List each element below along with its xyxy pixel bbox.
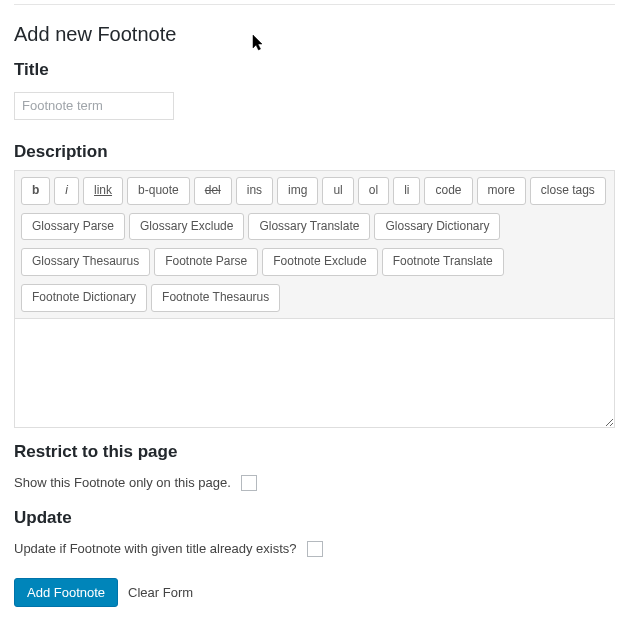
qt-button-glossary-dictionary[interactable]: Glossary Dictionary bbox=[374, 213, 500, 241]
update-heading: Update bbox=[14, 508, 615, 528]
qt-button-close-tags[interactable]: close tags bbox=[530, 177, 606, 205]
title-input[interactable] bbox=[14, 92, 174, 120]
qt-button-footnote-exclude[interactable]: Footnote Exclude bbox=[262, 248, 377, 276]
qt-button-code[interactable]: code bbox=[424, 177, 472, 205]
description-heading: Description bbox=[14, 142, 615, 162]
restrict-label: Show this Footnote only on this page. bbox=[14, 475, 231, 490]
quicktags-toolbar: bilinkb-quotedelinsimgulollicodemoreclos… bbox=[15, 171, 614, 318]
action-row: Add Footnote Clear Form bbox=[14, 578, 615, 607]
qt-button-footnote-parse[interactable]: Footnote Parse bbox=[154, 248, 258, 276]
restrict-heading: Restrict to this page bbox=[14, 442, 615, 462]
update-checkbox[interactable] bbox=[307, 541, 323, 557]
description-textarea[interactable] bbox=[15, 319, 614, 427]
qt-button-footnote-dictionary[interactable]: Footnote Dictionary bbox=[21, 284, 147, 312]
title-heading: Title bbox=[14, 60, 615, 80]
qt-button-ol[interactable]: ol bbox=[358, 177, 389, 205]
qt-button-b[interactable]: b bbox=[21, 177, 50, 205]
qt-button-footnote-translate[interactable]: Footnote Translate bbox=[382, 248, 504, 276]
qt-button-b-quote[interactable]: b-quote bbox=[127, 177, 190, 205]
restrict-checkbox[interactable] bbox=[241, 475, 257, 491]
update-label: Update if Footnote with given title alre… bbox=[14, 541, 297, 556]
qt-button-glossary-translate[interactable]: Glossary Translate bbox=[248, 213, 370, 241]
qt-button-footnote-thesaurus[interactable]: Footnote Thesaurus bbox=[151, 284, 280, 312]
qt-button-i[interactable]: i bbox=[54, 177, 79, 205]
clear-form-link[interactable]: Clear Form bbox=[128, 585, 193, 600]
qt-button-li[interactable]: li bbox=[393, 177, 420, 205]
page-title: Add new Footnote bbox=[14, 23, 615, 46]
qt-button-img[interactable]: img bbox=[277, 177, 318, 205]
qt-button-glossary-parse[interactable]: Glossary Parse bbox=[21, 213, 125, 241]
qt-button-glossary-exclude[interactable]: Glossary Exclude bbox=[129, 213, 244, 241]
description-editor: bilinkb-quotedelinsimgulollicodemoreclos… bbox=[14, 170, 615, 427]
qt-button-glossary-thesaurus[interactable]: Glossary Thesaurus bbox=[21, 248, 150, 276]
add-footnote-button[interactable]: Add Footnote bbox=[14, 578, 118, 607]
qt-button-ul[interactable]: ul bbox=[322, 177, 353, 205]
top-border bbox=[14, 4, 615, 5]
qt-button-ins[interactable]: ins bbox=[236, 177, 273, 205]
qt-button-link[interactable]: link bbox=[83, 177, 123, 205]
qt-button-more[interactable]: more bbox=[477, 177, 526, 205]
qt-button-del[interactable]: del bbox=[194, 177, 232, 205]
